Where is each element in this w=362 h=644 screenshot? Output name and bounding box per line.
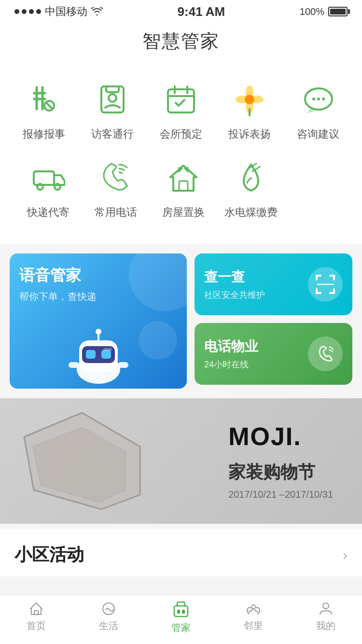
grid-row-1: 报修报事 访客通行	[0, 73, 362, 146]
status-time: 9:41 AM	[178, 4, 225, 19]
nav-item-butler[interactable]: 管家	[157, 601, 205, 634]
signal-dots	[14, 9, 41, 14]
water-icon	[229, 156, 273, 199]
grid-row-2: 快递代寄 常用电话	[0, 151, 362, 224]
svg-rect-30	[86, 350, 96, 359]
grid-item-utility[interactable]: 水电煤缴费	[217, 156, 285, 220]
grid-item-delivery[interactable]: 快递代寄	[14, 156, 82, 220]
status-bar: 中国移动 9:41 AM 100%	[0, 0, 362, 21]
banner-title: 家装购物节	[228, 461, 333, 484]
status-right: 100%	[300, 6, 348, 17]
calendar-icon	[159, 78, 203, 121]
bottom-nav: 首页 生活 管家	[0, 595, 362, 644]
grid-item-repair[interactable]: 报修报事	[13, 78, 75, 141]
feature-scan-sub: 社区安全共维护	[204, 289, 265, 301]
carrier-label: 中国移动	[45, 4, 87, 19]
wrench-icon	[22, 78, 66, 121]
banner-brand: MOJI.	[228, 422, 333, 451]
butler-icon	[172, 601, 190, 618]
svg-rect-34	[69, 362, 79, 368]
grid-label-consult: 咨询建议	[297, 127, 339, 141]
battery-icon	[328, 7, 348, 16]
grid-label-utility: 水电煤缴费	[224, 205, 278, 220]
banner-section[interactable]: MOJI. 家装购物节 2017/10/21 –2017/10/31	[0, 398, 362, 524]
svg-point-54	[251, 605, 255, 609]
grid-label-phone: 常用电话	[95, 205, 137, 220]
house-icon	[162, 156, 205, 199]
nav-label-mine: 我的	[316, 619, 335, 632]
grid-label-visitor: 访客通行	[91, 127, 134, 141]
feature-card-scan-text: 查一查 社区安全共维护	[204, 268, 265, 301]
svg-point-8	[109, 94, 116, 102]
main-grid: 报修报事 访客通行	[0, 63, 362, 244]
mine-icon	[318, 601, 334, 616]
grid-item-consult[interactable]: 咨询建议	[287, 78, 349, 141]
life-icon	[101, 601, 116, 616]
wifi-icon	[91, 7, 103, 16]
svg-rect-42	[316, 288, 318, 294]
feature-section: 语音管家 帮你下单，查快递	[0, 244, 362, 398]
nav-label-home: 首页	[27, 619, 46, 632]
battery-percent: 100%	[300, 6, 324, 17]
svg-rect-52	[177, 610, 180, 614]
activity-section[interactable]: 小区活动 ›	[0, 529, 362, 576]
feature-card-phone-text: 电话物业 24小时在线	[204, 337, 258, 370]
nav-item-neighbors[interactable]: 邻里	[229, 601, 278, 634]
feature-phone-title: 电话物业	[204, 337, 258, 356]
feature-voice-butler[interactable]: 语音管家 帮你下单，查快递	[10, 253, 187, 389]
svg-rect-40	[333, 275, 335, 280]
grid-item-booking[interactable]: 会所预定	[150, 78, 212, 141]
banner-content: MOJI. 家装购物节 2017/10/21 –2017/10/31	[228, 422, 333, 500]
grid-item-phone[interactable]: 常用电话	[82, 156, 150, 220]
flower-icon	[228, 78, 271, 121]
svg-line-5	[46, 103, 52, 109]
chat-icon	[296, 78, 340, 121]
svg-rect-35	[118, 362, 128, 368]
svg-rect-53	[182, 610, 185, 614]
svg-rect-44	[333, 288, 335, 294]
grid-item-visitor[interactable]: 访客通行	[81, 78, 144, 141]
grid-item-house[interactable]: 房屋置换	[150, 156, 217, 220]
grid-label-complaint: 投诉表扬	[228, 127, 271, 141]
nav-item-home[interactable]: 首页	[12, 601, 60, 634]
home-icon	[28, 601, 44, 616]
svg-rect-6	[101, 86, 124, 112]
nav-label-life: 生活	[99, 619, 118, 632]
grid-label-house: 房屋置换	[162, 205, 205, 220]
nav-item-mine[interactable]: 我的	[302, 601, 350, 634]
visitor-icon	[91, 78, 134, 121]
nav-label-neighbors: 邻里	[244, 619, 263, 632]
status-left: 中国移动	[14, 4, 103, 19]
svg-rect-49	[34, 611, 38, 615]
banner-shape	[14, 408, 150, 514]
scan-icon	[308, 267, 343, 302]
grid-label-repair: 报修报事	[23, 127, 65, 141]
robot-illustration	[65, 316, 132, 389]
feature-scan-title: 查一查	[204, 268, 265, 286]
phone-icon	[94, 156, 138, 199]
activity-arrow: ›	[343, 547, 348, 563]
svg-rect-31	[101, 350, 111, 359]
svg-point-17	[245, 95, 254, 104]
svg-rect-36	[103, 348, 112, 351]
grid-item-complaint[interactable]: 投诉表扬	[218, 78, 281, 141]
phone-call-icon	[308, 336, 343, 371]
grid-label-booking: 会所预定	[160, 127, 202, 141]
svg-rect-23	[34, 171, 54, 185]
activity-title: 小区活动	[14, 543, 84, 567]
app-header: 智慧管家	[0, 21, 362, 63]
svg-rect-9	[168, 89, 194, 112]
app-title: 智慧管家	[0, 29, 362, 54]
svg-rect-38	[316, 275, 318, 280]
svg-point-21	[317, 98, 320, 100]
nav-item-life[interactable]: 生活	[84, 601, 133, 634]
svg-rect-51	[174, 606, 188, 616]
feature-card-phone[interactable]: 电话物业 24小时在线	[195, 323, 352, 385]
nav-label-butler: 管家	[171, 621, 191, 634]
feature-card-scan[interactable]: 查一查 社区安全共维护	[195, 253, 352, 315]
feature-phone-sub: 24小时在线	[204, 359, 258, 370]
svg-rect-7	[106, 86, 119, 92]
svg-point-22	[322, 98, 325, 100]
svg-point-33	[96, 329, 101, 335]
svg-point-25	[55, 184, 60, 190]
